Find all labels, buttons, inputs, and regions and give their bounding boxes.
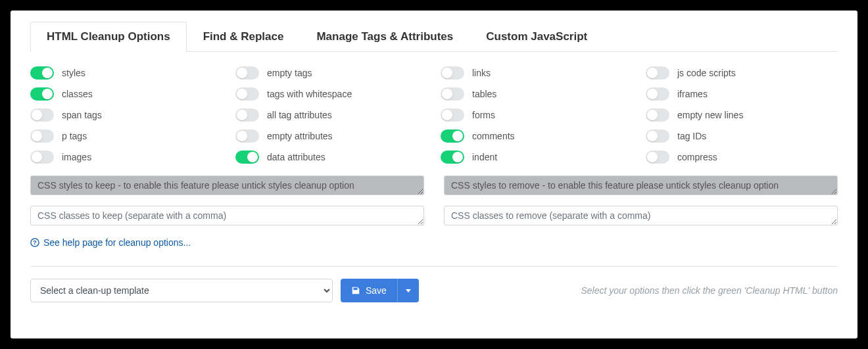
toggle-knob (32, 110, 42, 120)
toggle-switch[interactable] (235, 129, 259, 143)
toggle-knob (237, 131, 247, 141)
toggle-row: js code scripts (646, 66, 838, 80)
toggle-row: all tag attributes (235, 108, 427, 122)
toggle-knob (247, 152, 258, 162)
tab-html-cleanup[interactable]: HTML Cleanup Options (30, 22, 187, 52)
toggle-row: tables (441, 87, 633, 101)
toggle-row: compress (646, 151, 838, 164)
toggle-label: all tag attributes (267, 110, 332, 120)
toggle-col-4: js code scriptsiframesempty new linestag… (646, 66, 838, 164)
toggle-switch[interactable] (30, 87, 54, 101)
classes-textarea-row (30, 206, 838, 225)
toggle-label: tags with whitespace (267, 89, 352, 99)
toggle-switch[interactable] (441, 151, 464, 164)
toggle-knob (452, 131, 463, 141)
card: HTML Cleanup Options Find & Replace Mana… (30, 21, 838, 302)
toggle-label: images (62, 152, 91, 162)
toggle-label: span tags (62, 110, 102, 120)
help-link[interactable]: ? See help page for cleanup options... (30, 237, 191, 248)
toggle-label: p tags (62, 131, 87, 141)
toggle-knob (237, 68, 247, 78)
toggle-knob (32, 131, 42, 141)
toggle-label: empty tags (267, 68, 312, 78)
toggle-switch[interactable] (441, 129, 464, 143)
toggle-row: iframes (646, 87, 838, 101)
toggle-switch[interactable] (30, 66, 54, 80)
toggle-knob (647, 131, 658, 141)
toggle-label: indent (472, 152, 497, 162)
toggle-label: links (472, 68, 491, 78)
toggle-switch[interactable] (441, 66, 464, 80)
toggle-knob (452, 152, 463, 162)
toggle-label: empty new lines (677, 110, 743, 120)
toggle-row: empty attributes (235, 129, 427, 143)
toggle-label: styles (62, 68, 85, 78)
toggle-switch[interactable] (30, 129, 54, 143)
tab-custom-js[interactable]: Custom JavaScript (470, 22, 604, 52)
toggle-knob (32, 152, 42, 162)
toggle-label: data attributes (267, 152, 326, 162)
toggle-label: compress (677, 152, 717, 162)
save-button[interactable]: Save (341, 279, 397, 302)
toggle-row: links (441, 66, 633, 80)
css-classes-keep-textarea[interactable] (30, 206, 424, 225)
toggle-switch[interactable] (646, 151, 669, 164)
tab-find-replace[interactable]: Find & Replace (187, 22, 301, 52)
toggle-label: iframes (677, 89, 708, 99)
toggle-row: tags with whitespace (235, 87, 427, 101)
toggle-switch[interactable] (235, 66, 259, 80)
css-styles-remove-textarea (444, 175, 838, 195)
toggle-row: empty new lines (646, 108, 838, 122)
toggle-switch[interactable] (441, 87, 464, 101)
toggle-row: images (30, 151, 222, 164)
toggle-row: classes (30, 87, 222, 101)
toggle-knob (442, 68, 452, 78)
toggle-row: span tags (30, 108, 222, 122)
toggle-switch[interactable] (441, 108, 464, 122)
toggle-knob (647, 89, 658, 99)
css-styles-keep-textarea (30, 175, 424, 195)
toggle-knob (442, 110, 452, 120)
toggle-switch[interactable] (235, 151, 259, 164)
toggle-grid: stylesclassesspan tagsp tagsimages empty… (30, 52, 838, 175)
toggle-knob (237, 110, 247, 120)
toggle-switch[interactable] (646, 66, 669, 80)
divider (30, 266, 838, 267)
toggle-label: comments (472, 131, 515, 141)
toggle-label: classes (62, 89, 93, 99)
toggle-label: js code scripts (677, 68, 736, 78)
toggle-label: empty attributes (267, 131, 333, 141)
toggle-label: tables (472, 89, 496, 99)
toggle-col-3: linkstablesformscommentsindent (441, 66, 633, 164)
toggle-row: indent (441, 151, 633, 164)
toggle-switch[interactable] (646, 129, 669, 143)
question-circle-icon: ? (30, 238, 39, 247)
toggle-knob (42, 68, 53, 78)
toggle-switch[interactable] (30, 151, 54, 164)
tab-manage-tags[interactable]: Manage Tags & Attributes (300, 22, 470, 52)
styles-textarea-row (30, 175, 838, 195)
toggle-switch[interactable] (235, 108, 259, 122)
toggle-row: styles (30, 66, 222, 80)
help-link-text: See help page for cleanup options... (43, 237, 191, 248)
toggle-switch[interactable] (646, 108, 669, 122)
toggle-col-1: stylesclassesspan tagsp tagsimages (30, 66, 222, 164)
toggle-col-2: empty tagstags with whitespaceall tag at… (235, 66, 427, 164)
tabs: HTML Cleanup Options Find & Replace Mana… (30, 21, 838, 52)
toggle-switch[interactable] (235, 87, 259, 101)
template-select[interactable]: Select a clean-up template (30, 279, 333, 302)
css-classes-remove-textarea[interactable] (444, 206, 838, 225)
toggle-knob (42, 89, 53, 99)
toggle-label: tag IDs (677, 131, 706, 141)
save-dropdown-button[interactable] (397, 279, 419, 302)
toggle-knob (647, 110, 658, 120)
toggle-knob (237, 89, 247, 99)
svg-rect-2 (356, 288, 356, 290)
toggle-label: forms (472, 110, 495, 120)
toggle-switch[interactable] (30, 108, 54, 122)
toggle-row: comments (441, 129, 633, 143)
svg-text:?: ? (33, 239, 36, 246)
footer-row: Select a clean-up template Save Select y… (30, 279, 838, 302)
toggle-switch[interactable] (646, 87, 669, 101)
toggle-row: forms (441, 108, 633, 122)
